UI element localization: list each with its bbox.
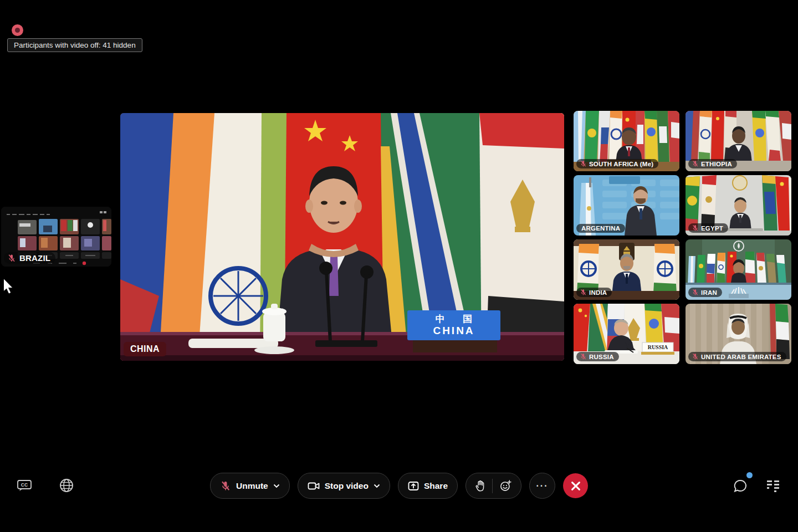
participant-label-india: INDIA <box>576 288 612 297</box>
nameplate-english: CHINA <box>433 325 474 337</box>
participant-name: EGYPT <box>701 225 723 232</box>
muted-mic-icon <box>7 254 16 263</box>
muted-mic-icon <box>580 353 587 360</box>
meeting-window: Participants with video off: 41 hidden <box>0 0 798 532</box>
participant-label-south-africa: SOUTH AFRICA (Me) <box>576 159 658 168</box>
unmute-label: Unmute <box>236 481 268 491</box>
stop-video-button[interactable]: Stop video <box>298 473 390 499</box>
participant-name: BRAZIL <box>19 253 50 263</box>
reactions-group <box>466 473 521 499</box>
participants-hidden-notice: Participants with video off: 41 hidden <box>7 38 142 52</box>
divider <box>492 479 493 493</box>
more-options-button[interactable]: ··· <box>529 473 555 499</box>
svg-text:CC: CC <box>21 482 28 488</box>
language-globe-icon[interactable] <box>59 478 74 493</box>
russia-desk-nameplate: RUSSIA <box>641 342 674 355</box>
share-button[interactable]: Share <box>398 473 458 499</box>
svg-text:RUSSIA: RUSSIA <box>648 344 668 350</box>
participant-name: RUSSIA <box>589 354 614 360</box>
nameplate-chinese: 中 国 <box>428 314 480 325</box>
participant-label-brazil: BRAZIL <box>4 252 55 264</box>
close-x-icon <box>571 481 581 491</box>
participant-name: ARGENTINA <box>581 225 620 232</box>
china-desk-nameplate: 中 国 CHINA <box>407 310 500 340</box>
mouse-cursor <box>2 278 14 295</box>
video-tile-uae[interactable]: UNITED ARAB EMIRATES <box>686 304 791 364</box>
chevron-down-icon[interactable] <box>374 484 380 488</box>
participant-label-ethiopia: ETHIOPIA <box>688 159 737 168</box>
closed-captions-icon[interactable]: CC <box>17 479 32 492</box>
participants-panel-icon[interactable] <box>765 480 781 492</box>
muted-mic-icon <box>692 289 699 296</box>
muted-mic-icon <box>580 160 587 167</box>
leave-meeting-button[interactable] <box>563 473 588 498</box>
notification-badge[interactable] <box>12 24 23 36</box>
participant-label-uae: UNITED ARAB EMIRATES <box>688 352 786 361</box>
reactions-smiley-icon[interactable] <box>500 480 511 492</box>
control-bar: Unmute Stop video Share <box>210 473 588 499</box>
participant-label-egypt: EGYPT <box>688 223 728 233</box>
participant-label-argentina: ARGENTINA <box>576 224 625 233</box>
participant-name: SOUTH AFRICA (Me) <box>589 161 653 167</box>
participant-name: UNITED ARAB EMIRATES <box>701 354 781 360</box>
unmute-button[interactable]: Unmute <box>210 473 290 499</box>
video-tile-russia[interactable]: RUSSIA RUSSIA <box>574 304 679 364</box>
share-screen-icon <box>408 481 419 491</box>
camera-icon <box>308 481 320 491</box>
participant-label-russia: RUSSIA <box>576 352 619 361</box>
participant-name: INDIA <box>589 289 607 296</box>
muted-mic-icon <box>220 480 231 492</box>
video-tile-south-africa[interactable]: SOUTH AFRICA (Me) <box>574 111 679 171</box>
chevron-down-icon[interactable] <box>273 484 280 488</box>
stop-video-label: Stop video <box>325 481 369 491</box>
video-tile-ethiopia[interactable]: ETHIOPIA <box>686 111 791 171</box>
participant-label-iran: IRAN <box>688 288 722 297</box>
video-tile-argentina[interactable]: ARGENTINA <box>574 175 679 236</box>
muted-mic-icon <box>580 289 587 296</box>
muted-mic-icon <box>692 353 699 360</box>
chat-notification-dot <box>746 472 753 478</box>
muted-mic-icon <box>692 160 699 167</box>
active-speaker-label: CHINA <box>124 342 166 356</box>
participant-name: IRAN <box>701 289 717 296</box>
more-options-label: ··· <box>536 481 549 491</box>
share-label: Share <box>424 481 448 491</box>
muted-mic-icon <box>692 224 699 232</box>
video-tile-india[interactable]: INDIA <box>574 239 679 300</box>
raise-hand-icon[interactable] <box>475 480 485 492</box>
video-tile-egypt[interactable]: EGYPT <box>686 175 791 236</box>
main-video-china[interactable]: 中 国 CHINA CHINA <box>120 113 564 361</box>
chat-icon[interactable] <box>733 478 748 494</box>
participant-name: ETHIOPIA <box>701 161 732 167</box>
video-tile-brazil[interactable]: BRAZIL <box>1 207 111 267</box>
video-tile-iran[interactable]: IRAN <box>686 239 791 300</box>
